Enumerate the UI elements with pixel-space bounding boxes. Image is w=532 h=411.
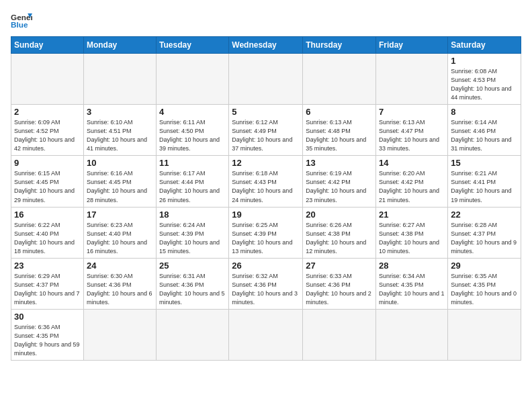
calendar-cell: 22Sunrise: 6:28 AM Sunset: 4:37 PM Dayli… [448, 207, 521, 258]
day-number: 7 [379, 107, 445, 117]
calendar-cell: 7Sunrise: 6:13 AM Sunset: 4:47 PM Daylig… [376, 105, 448, 156]
day-number: 29 [451, 261, 518, 271]
day-number: 3 [87, 107, 153, 117]
calendar-week-row: 9Sunrise: 6:15 AM Sunset: 4:45 PM Daylig… [11, 156, 521, 207]
calendar-cell: 6Sunrise: 6:13 AM Sunset: 4:48 PM Daylig… [303, 105, 376, 156]
day-number: 21 [379, 210, 445, 220]
weekday-header-wednesday: Wednesday [229, 37, 303, 54]
header: General Blue [11, 11, 521, 30]
calendar-cell: 21Sunrise: 6:27 AM Sunset: 4:38 PM Dayli… [376, 207, 448, 258]
weekday-header-sunday: Sunday [11, 37, 84, 54]
calendar-cell: 2Sunrise: 6:09 AM Sunset: 4:52 PM Daylig… [11, 105, 84, 156]
calendar-cell [303, 54, 376, 105]
svg-text:Blue: Blue [11, 20, 28, 29]
calendar-week-row: 30Sunrise: 6:36 AM Sunset: 4:35 PM Dayli… [11, 309, 521, 360]
weekday-header-tuesday: Tuesday [157, 37, 229, 54]
day-info: Sunrise: 6:30 AM Sunset: 4:36 PM Dayligh… [87, 272, 153, 307]
day-info: Sunrise: 6:11 AM Sunset: 4:50 PM Dayligh… [159, 118, 226, 153]
day-number: 8 [451, 107, 518, 117]
calendar-cell [83, 309, 156, 360]
day-number: 23 [14, 261, 81, 271]
day-info: Sunrise: 6:27 AM Sunset: 4:38 PM Dayligh… [379, 221, 445, 256]
day-info: Sunrise: 6:23 AM Sunset: 4:40 PM Dayligh… [87, 221, 153, 256]
calendar-cell: 9Sunrise: 6:15 AM Sunset: 4:45 PM Daylig… [11, 156, 84, 207]
calendar-cell: 28Sunrise: 6:34 AM Sunset: 4:35 PM Dayli… [376, 258, 448, 309]
calendar-cell: 19Sunrise: 6:25 AM Sunset: 4:39 PM Dayli… [229, 207, 303, 258]
logo: General Blue [11, 11, 35, 30]
day-info: Sunrise: 6:15 AM Sunset: 4:45 PM Dayligh… [14, 169, 81, 204]
calendar-cell: 11Sunrise: 6:17 AM Sunset: 4:44 PM Dayli… [157, 156, 229, 207]
day-info: Sunrise: 6:29 AM Sunset: 4:37 PM Dayligh… [14, 272, 81, 307]
day-info: Sunrise: 6:26 AM Sunset: 4:38 PM Dayligh… [306, 221, 373, 256]
calendar-cell: 5Sunrise: 6:12 AM Sunset: 4:49 PM Daylig… [229, 105, 303, 156]
calendar-cell: 17Sunrise: 6:23 AM Sunset: 4:40 PM Dayli… [83, 207, 156, 258]
day-number: 17 [87, 210, 153, 220]
day-info: Sunrise: 6:12 AM Sunset: 4:49 PM Dayligh… [232, 118, 300, 153]
calendar-cell: 1Sunrise: 6:08 AM Sunset: 4:53 PM Daylig… [448, 54, 521, 105]
calendar-cell: 16Sunrise: 6:22 AM Sunset: 4:40 PM Dayli… [11, 207, 84, 258]
weekday-header-monday: Monday [83, 37, 156, 54]
calendar-cell: 3Sunrise: 6:10 AM Sunset: 4:51 PM Daylig… [83, 105, 156, 156]
calendar-cell [376, 309, 448, 360]
day-info: Sunrise: 6:35 AM Sunset: 4:35 PM Dayligh… [451, 272, 518, 307]
calendar-cell: 25Sunrise: 6:31 AM Sunset: 4:36 PM Dayli… [157, 258, 229, 309]
day-info: Sunrise: 6:31 AM Sunset: 4:36 PM Dayligh… [159, 272, 226, 307]
calendar-cell: 4Sunrise: 6:11 AM Sunset: 4:50 PM Daylig… [157, 105, 229, 156]
day-number: 13 [306, 158, 373, 168]
day-info: Sunrise: 6:14 AM Sunset: 4:46 PM Dayligh… [451, 118, 518, 153]
day-number: 10 [87, 158, 153, 168]
day-number: 6 [306, 107, 373, 117]
day-number: 1 [451, 56, 518, 66]
day-number: 11 [159, 158, 226, 168]
calendar-week-row: 23Sunrise: 6:29 AM Sunset: 4:37 PM Dayli… [11, 258, 521, 309]
day-number: 4 [159, 107, 226, 117]
day-info: Sunrise: 6:13 AM Sunset: 4:48 PM Dayligh… [306, 118, 373, 153]
calendar-cell: 14Sunrise: 6:20 AM Sunset: 4:42 PM Dayli… [376, 156, 448, 207]
calendar-cell [229, 309, 303, 360]
day-number: 20 [306, 210, 373, 220]
day-info: Sunrise: 6:08 AM Sunset: 4:53 PM Dayligh… [451, 67, 518, 102]
calendar-cell: 23Sunrise: 6:29 AM Sunset: 4:37 PM Dayli… [11, 258, 84, 309]
day-number: 25 [159, 261, 226, 271]
calendar-cell: 15Sunrise: 6:21 AM Sunset: 4:41 PM Dayli… [448, 156, 521, 207]
day-info: Sunrise: 6:19 AM Sunset: 4:42 PM Dayligh… [306, 169, 373, 204]
calendar-cell: 24Sunrise: 6:30 AM Sunset: 4:36 PM Dayli… [83, 258, 156, 309]
day-info: Sunrise: 6:10 AM Sunset: 4:51 PM Dayligh… [87, 118, 153, 153]
day-number: 28 [379, 261, 445, 271]
day-info: Sunrise: 6:13 AM Sunset: 4:47 PM Dayligh… [379, 118, 445, 153]
calendar-cell: 12Sunrise: 6:18 AM Sunset: 4:43 PM Dayli… [229, 156, 303, 207]
calendar-cell: 29Sunrise: 6:35 AM Sunset: 4:35 PM Dayli… [448, 258, 521, 309]
calendar-cell: 20Sunrise: 6:26 AM Sunset: 4:38 PM Dayli… [303, 207, 376, 258]
day-info: Sunrise: 6:25 AM Sunset: 4:39 PM Dayligh… [232, 221, 300, 256]
day-number: 5 [232, 107, 300, 117]
day-number: 30 [14, 312, 81, 322]
calendar-cell [448, 309, 521, 360]
calendar-week-row: 16Sunrise: 6:22 AM Sunset: 4:40 PM Dayli… [11, 207, 521, 258]
day-number: 22 [451, 210, 518, 220]
day-info: Sunrise: 6:09 AM Sunset: 4:52 PM Dayligh… [14, 118, 81, 153]
calendar-cell: 27Sunrise: 6:33 AM Sunset: 4:36 PM Dayli… [303, 258, 376, 309]
calendar-cell [83, 54, 156, 105]
day-number: 18 [159, 210, 226, 220]
calendar-cell [157, 54, 229, 105]
calendar-cell: 18Sunrise: 6:24 AM Sunset: 4:39 PM Dayli… [157, 207, 229, 258]
day-info: Sunrise: 6:33 AM Sunset: 4:36 PM Dayligh… [306, 272, 373, 307]
calendar-cell: 10Sunrise: 6:16 AM Sunset: 4:45 PM Dayli… [83, 156, 156, 207]
day-number: 9 [14, 158, 81, 168]
calendar-cell [11, 54, 84, 105]
calendar-cell [229, 54, 303, 105]
day-info: Sunrise: 6:17 AM Sunset: 4:44 PM Dayligh… [159, 169, 226, 204]
day-info: Sunrise: 6:36 AM Sunset: 4:35 PM Dayligh… [14, 323, 81, 358]
calendar-week-row: 1Sunrise: 6:08 AM Sunset: 4:53 PM Daylig… [11, 54, 521, 105]
page: General Blue SundayMondayTuesdayWednesda… [0, 0, 532, 367]
day-info: Sunrise: 6:32 AM Sunset: 4:36 PM Dayligh… [232, 272, 300, 307]
day-info: Sunrise: 6:28 AM Sunset: 4:37 PM Dayligh… [451, 221, 518, 256]
calendar-cell: 26Sunrise: 6:32 AM Sunset: 4:36 PM Dayli… [229, 258, 303, 309]
weekday-header-friday: Friday [376, 37, 448, 54]
day-number: 26 [232, 261, 300, 271]
day-info: Sunrise: 6:24 AM Sunset: 4:39 PM Dayligh… [159, 221, 226, 256]
day-number: 16 [14, 210, 81, 220]
day-number: 19 [232, 210, 300, 220]
calendar-cell: 8Sunrise: 6:14 AM Sunset: 4:46 PM Daylig… [448, 105, 521, 156]
calendar-cell: 13Sunrise: 6:19 AM Sunset: 4:42 PM Dayli… [303, 156, 376, 207]
